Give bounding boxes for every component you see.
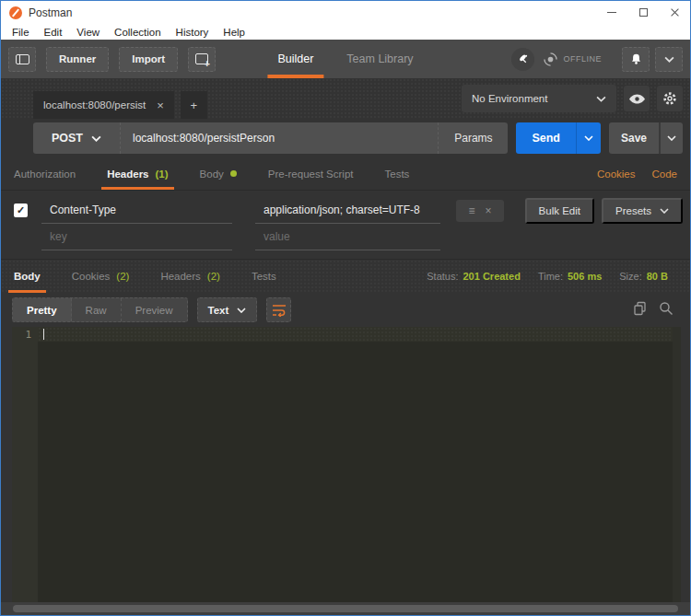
tab-tests[interactable]: Tests [384,157,409,190]
tab-prerequest-script[interactable]: Pre-request Script [268,157,354,190]
environment-selector[interactable]: No Environment [462,85,616,112]
save-button[interactable]: Save [609,122,659,154]
tab-builder[interactable]: Builder [275,40,316,78]
minimize-button[interactable] [596,1,627,24]
response-tab-headers[interactable]: Headers (2) [160,260,220,293]
response-tab-body[interactable]: Body [14,260,41,293]
horizontal-scrollbar-thumb[interactable] [13,605,678,612]
interceptor-button[interactable] [511,48,534,71]
code-link[interactable]: Code [652,169,678,180]
new-tab-button[interactable]: + [181,91,207,119]
response-tab-body-label: Body [14,271,41,282]
drag-handle-icon[interactable]: ≡ [468,204,474,217]
response-tab-cookies[interactable]: Cookies (2) [72,260,130,293]
save-options-button[interactable] [659,122,683,154]
copy-response-button[interactable] [633,301,647,320]
response-toolbar: Pretty Raw Preview Text [1,293,690,327]
import-button[interactable]: Import [119,47,178,72]
delete-row-icon[interactable]: × [486,204,492,217]
header-value-input[interactable]: application/json; charset=UTF-8 [255,198,440,224]
presets-dropdown[interactable]: Presets [602,198,683,224]
size-label: Size: [619,271,641,282]
horizontal-scrollbar[interactable] [1,602,690,615]
offline-label: OFFLINE [563,54,602,64]
new-window-button[interactable] [188,47,216,72]
response-view-switch: Pretty Raw Preview [12,297,188,322]
postman-logo-icon [9,6,22,19]
sync-status[interactable]: OFFLINE [544,52,602,66]
chevron-down-icon [584,135,593,141]
tab-team-library[interactable]: Team Library [344,40,416,78]
presets-label: Presets [615,205,651,216]
sidebar-toggle-button[interactable] [8,47,36,72]
bell-icon [630,52,642,65]
close-button[interactable] [659,1,690,24]
wrap-text-button[interactable] [266,297,291,322]
line-number: 1 [12,329,31,341]
environment-value: No Environment [472,93,547,104]
search-response-button[interactable] [659,301,673,320]
header-key-placeholder[interactable]: key [41,225,232,250]
runner-button[interactable]: Runner [46,47,109,72]
header-key-input[interactable]: Content-Type [41,198,232,224]
tab-prerequest-label: Pre-request Script [268,169,354,180]
tab-authorization[interactable]: Authorization [14,157,76,190]
menu-edit[interactable]: Edit [37,27,70,38]
environment-preview-button[interactable] [624,86,650,111]
method-selector[interactable]: POST [33,122,120,154]
menu-collection[interactable]: Collection [107,27,169,38]
gear-icon [662,91,677,106]
format-value: Text [208,305,229,316]
headers-count-badge: (1) [156,169,169,180]
view-raw-button[interactable]: Raw [72,298,122,321]
vertical-scrollbar[interactable] [673,327,681,602]
environment-cluster: No Environment [462,85,683,112]
satellite-icon [517,53,529,65]
search-icon [659,301,673,316]
tab-body[interactable]: Body [200,157,237,190]
header-row-checkbox[interactable]: ✓ [14,203,28,217]
tab-body-label: Body [200,169,224,180]
params-button[interactable]: Params [438,122,508,154]
format-dropdown[interactable]: Text [197,297,258,322]
menu-file[interactable]: File [5,27,37,38]
cookies-link[interactable]: Cookies [597,169,636,180]
settings-button[interactable] [657,86,683,111]
new-window-icon [195,53,208,64]
request-tab[interactable]: localhost:8080/persist × [33,91,174,119]
eye-icon [629,94,645,104]
sidebar-toggle-icon [16,54,29,64]
send-button[interactable]: Send [516,122,576,154]
chevron-down-icon [667,135,676,141]
status-value: 201 Created [463,271,521,282]
response-tab-tests[interactable]: Tests [252,260,276,293]
menu-help[interactable]: Help [216,27,252,38]
minimize-icon [607,12,616,13]
time-value: 506 ms [568,271,602,282]
headers-editor: ✓ Content-Type application/json; charset… [1,190,690,260]
title-bar: Postman [1,1,690,24]
header-value-placeholder[interactable]: value [255,225,440,250]
bulk-edit-button[interactable]: Bulk Edit [525,198,594,224]
editor-code-area[interactable] [38,327,681,602]
request-tab-title: localhost:8080/persist [43,99,146,110]
maximize-button[interactable] [627,1,659,24]
header-row-empty: key value [14,224,683,250]
url-input[interactable]: localhost:8080/persistPerson [120,122,438,154]
menu-history[interactable]: History [169,27,217,38]
view-pretty-button[interactable]: Pretty [13,298,72,321]
toolbar-more-button[interactable] [655,47,683,72]
view-preview-button[interactable]: Preview [122,298,187,321]
response-body-editor[interactable]: 1 [12,327,681,602]
tab-close-icon[interactable]: × [157,99,164,111]
response-time: Time: 506 ms [538,271,602,282]
editor-gutter: 1 [12,327,38,602]
close-icon [670,7,680,17]
request-subtabs-right: Cookies Code [597,157,677,190]
notifications-button[interactable] [622,47,650,72]
menu-view[interactable]: View [69,27,107,38]
window-title: Postman [29,6,72,19]
cookies-count-badge: (2) [116,271,129,282]
send-options-button[interactable] [576,122,601,154]
tab-headers[interactable]: Headers (1) [107,157,168,190]
